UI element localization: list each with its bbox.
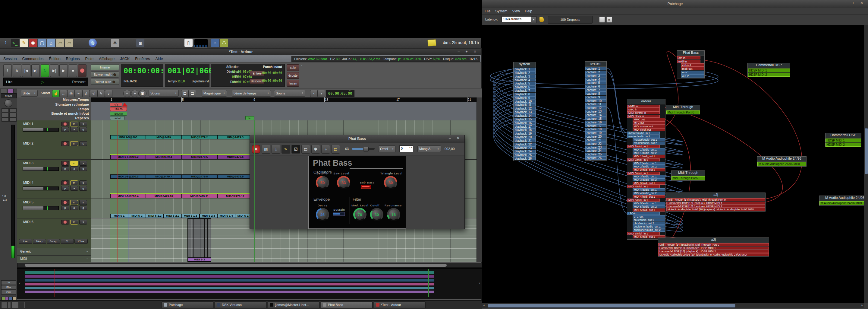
midi-region[interactable]: MID@2479.10: [146, 194, 182, 198]
strip-mini-button[interactable]: [9, 108, 17, 113]
node-title[interactable]: Midi Through: [672, 171, 705, 176]
port[interactable]: playback_15: [514, 118, 535, 121]
node-a2j-playback[interactable]: a2jMidi Through [14] (playback): Midi Th…: [658, 237, 769, 257]
automation-button[interactable]: a: [70, 186, 78, 191]
expand-tracks-button[interactable]: ⬓: [189, 90, 196, 97]
midi-region[interactable]: MIDI 5-2.2: [164, 214, 181, 218]
midi-region[interactable]: MIDI 5-2.3: [199, 214, 217, 218]
record-enable-button[interactable]: [61, 141, 69, 146]
solo-button[interactable]: s: [79, 200, 87, 205]
port[interactable]: MIDI 4/midi_out 1: [632, 195, 665, 198]
patch-connection[interactable]: [607, 107, 627, 213]
toolbar2-chevron-icon[interactable]: ⌄: [349, 89, 351, 92]
ardour-menu-aide[interactable]: Aide: [155, 57, 163, 61]
track-name-label[interactable]: MIDI 6: [23, 220, 33, 224]
port[interactable]: MMC out: [632, 118, 665, 121]
midi-region[interactable]: MID@2479.11: [182, 194, 218, 198]
node-title[interactable]: Hammerfall DSP: [748, 63, 790, 68]
program-spinbox[interactable]: 0▴ ▾: [399, 145, 413, 152]
suivre-modif-toggle[interactable]: Suivre modif.: [91, 72, 119, 78]
nudge-forward-button[interactable]: ›: [318, 90, 325, 97]
node-title[interactable]: Phat Bass: [677, 51, 704, 56]
trash-icon[interactable]: ♺: [220, 38, 228, 47]
port[interactable]: playback_3: [514, 75, 535, 78]
zoom-fit-icon[interactable]: ▦: [607, 17, 612, 23]
port[interactable]: MIDI 2/midi_out 1: [632, 168, 665, 171]
summary-left-arrow-icon[interactable]: ‹: [19, 281, 21, 285]
port[interactable]: HDSP MIDI 1: [826, 139, 861, 142]
port[interactable]: Hammerfall DSP [16] (playback): HDSP MID…: [658, 250, 769, 253]
node-title[interactable]: a2j: [658, 238, 769, 243]
port[interactable]: MIDI 3/midi_out 1: [632, 182, 665, 185]
track-fader[interactable]: [23, 187, 59, 190]
port[interactable]: Hammerfall DSP [16] (capture): HDSP MIDI…: [666, 202, 765, 204]
track-name-label[interactable]: MIDI 2: [23, 142, 33, 145]
track-header[interactable]: MIDI 1mspag: [17, 120, 91, 140]
port[interactable]: HDSP MIDI 2: [748, 73, 790, 77]
ardour-menu-affichage[interactable]: Affichage: [99, 57, 115, 61]
group-button[interactable]: g: [79, 205, 87, 210]
slider-handle[interactable]: [363, 147, 369, 151]
go-end-button[interactable]: ▶|: [31, 64, 40, 77]
port[interactable]: capture_9: [585, 96, 607, 99]
lane-button[interactable]: Chns: [74, 239, 88, 244]
edit-icon[interactable]: ✎: [281, 145, 290, 153]
latency-combo[interactable]: 1024 frames: [501, 16, 531, 22]
record-button[interactable]: [78, 64, 87, 77]
port[interactable]: playback_1: [514, 67, 535, 71]
port[interactable]: MIDI 6/midi_in 1: [627, 232, 660, 235]
strip-cmt-button[interactable]: Cmt: [1, 290, 16, 294]
midi-region[interactable]: MID@2479.7: [146, 174, 182, 179]
midi-region[interactable]: MID@2479.9: [217, 174, 253, 179]
node-title[interactable]: Hammerfall DSP: [826, 133, 861, 138]
port[interactable]: playback_21: [514, 139, 535, 142]
preset-icon[interactable]: ◑: [321, 145, 330, 153]
play-range-button[interactable]: ▶|: [50, 64, 59, 77]
stop-button[interactable]: ■: [69, 64, 77, 77]
port[interactable]: capture_25: [585, 153, 607, 156]
saw-level-knob[interactable]: 83: [337, 176, 350, 189]
zoom-in-button[interactable]: +: [131, 90, 138, 97]
port[interactable]: M Audio Audiophile 24/96 MIDI: [819, 201, 864, 205]
punch-button[interactable]: !: [3, 64, 12, 77]
node-sys-capture[interactable]: systemcapture_1capture_2capture_3capture…: [585, 61, 607, 161]
text-editor-icon[interactable]: ✎: [20, 38, 28, 47]
port[interactable]: playback_18: [514, 128, 535, 132]
strip-color-button[interactable]: [7, 89, 13, 93]
transport-lire-bar[interactable]: Lire▷Ressort: [3, 78, 88, 86]
patchage-menu-view[interactable]: View: [512, 9, 520, 13]
port[interactable]: capture_24: [585, 149, 607, 152]
port[interactable]: MIDI 5/audio_out 2: [632, 205, 665, 208]
lane-button[interactable]: Tr: [61, 239, 74, 244]
midi-region[interactable]: MID@2479.5: [182, 155, 218, 159]
port[interactable]: playback_9: [514, 96, 535, 100]
mute-button[interactable]: m: [70, 161, 78, 166]
port[interactable]: MTC out: [632, 121, 665, 124]
node-title[interactable]: M Audio Audiophile 24/96: [819, 196, 864, 201]
port[interactable]: MIDI 1/midi_in 1: [627, 145, 660, 148]
track-name-label[interactable]: MIDI 1: [23, 122, 33, 125]
port[interactable]: capture_13: [585, 110, 607, 113]
mod--level-knob[interactable]: 76: [353, 208, 367, 221]
port[interactable]: playback_26: [514, 157, 535, 160]
node-title[interactable]: M Audio Audiophile 24/96: [757, 157, 806, 162]
track-header[interactable]: MIDI 4mspag: [17, 179, 91, 199]
port[interactable]: capture_22: [585, 142, 607, 145]
pager-desktop-2[interactable]: [18, 302, 25, 308]
mute-button[interactable]: m: [70, 220, 78, 225]
port[interactable]: LTC-out: [632, 215, 665, 218]
mute-button[interactable]: m: [70, 141, 78, 146]
patchage-titlebar[interactable]: Patchage ‒ + ✕: [482, 0, 868, 8]
spin-arrows-icon[interactable]: ▴ ▾: [409, 146, 412, 149]
ecoute-button[interactable]: écoute: [287, 72, 299, 79]
port[interactable]: midi-out: [681, 67, 704, 70]
midi-region[interactable]: MIDI 5-1.3: [182, 214, 199, 218]
group-button[interactable]: g: [79, 186, 87, 191]
track-header[interactable]: MIDI 3mspag: [17, 160, 91, 179]
automation-button[interactable]: a: [70, 166, 78, 171]
settings-icon[interactable]: ✱: [311, 145, 320, 153]
port[interactable]: capture_15: [585, 117, 607, 120]
preset-combo[interactable]: Moog A⇕: [417, 145, 441, 152]
port[interactable]: capture_8: [585, 92, 607, 95]
port[interactable]: Hammerfall DSP [16] (playback): HDSP MID…: [658, 247, 769, 250]
